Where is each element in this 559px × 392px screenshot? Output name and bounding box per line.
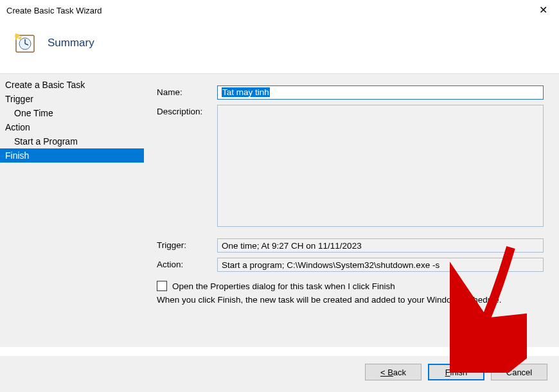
sidebar-item-one-time[interactable]: One Time <box>0 106 144 120</box>
sidebar-item-finish[interactable]: Finish <box>0 148 144 163</box>
wizard-steps-sidebar: Create a Basic Task Trigger One Time Act… <box>0 74 144 347</box>
finish-hint: When you click Finish, the new task will… <box>157 295 544 305</box>
trigger-label: Trigger: <box>157 238 217 250</box>
page-title: Summary <box>48 37 94 49</box>
description-label: Description: <box>157 105 217 116</box>
sidebar-item-start-a-program[interactable]: Start a Program <box>0 134 144 148</box>
finish-button[interactable]: Finish <box>428 364 484 380</box>
sidebar-item-trigger[interactable]: Trigger <box>0 92 144 106</box>
name-input[interactable]: Tat may tinh <box>217 85 544 100</box>
window-title: Create Basic Task Wizard <box>6 6 102 15</box>
action-value: Start a program; C:\Windows\System32\shu… <box>217 258 544 272</box>
cancel-button[interactable]: Cancel <box>491 364 547 380</box>
wizard-header: Summary <box>0 21 559 73</box>
open-properties-checkbox[interactable] <box>157 281 167 291</box>
sidebar-item-action[interactable]: Action <box>0 120 144 134</box>
name-label: Name: <box>157 85 217 97</box>
clock-icon <box>14 32 36 54</box>
back-button[interactable]: < Back <box>365 364 421 380</box>
sidebar-item-create-basic-task[interactable]: Create a Basic Task <box>0 78 144 92</box>
action-label: Action: <box>157 258 217 269</box>
description-input[interactable] <box>217 105 544 227</box>
close-icon[interactable]: ✕ <box>535 4 551 17</box>
open-properties-label: Open the Properties dialog for this task… <box>172 281 395 291</box>
trigger-value: One time; At 9:27 CH on 11/11/2023 <box>217 238 544 253</box>
